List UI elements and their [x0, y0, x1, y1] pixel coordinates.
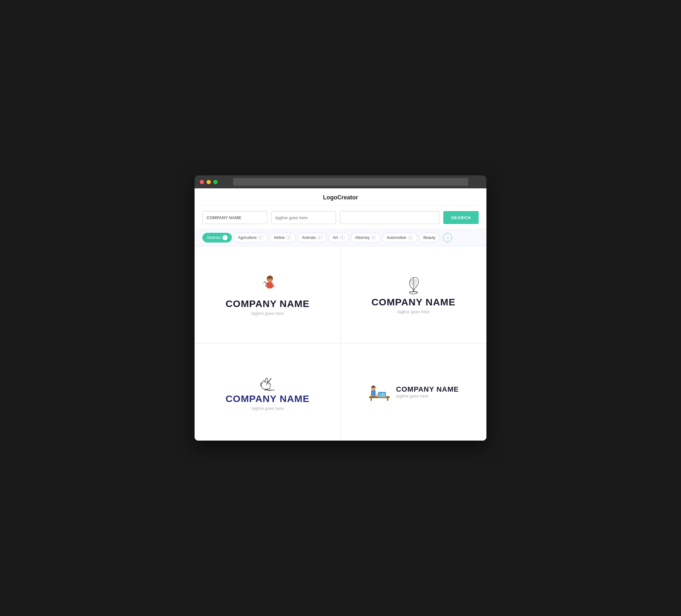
category-agriculture-label: Agriculture	[238, 235, 256, 240]
logo4-text-group: COMPANY NAME tagline goes here	[396, 385, 458, 398]
category-beauty[interactable]: Beauty	[419, 233, 440, 242]
logo-card-4-inner: COMPANY NAME tagline goes here	[368, 382, 458, 402]
browser-url-bar	[233, 178, 468, 186]
logo-card-1-inner: COMPANY NAME tagline goes here	[225, 274, 309, 316]
svg-rect-24	[379, 393, 382, 395]
svg-marker-7	[263, 283, 264, 284]
logo-grid: COMPANY NAME tagline goes here	[195, 246, 486, 441]
category-abstract-label: Abstract	[207, 235, 221, 240]
signing-hand-icon	[257, 374, 278, 391]
category-art-check: ✓	[339, 235, 345, 240]
category-attorney-label: Attorney	[355, 235, 370, 240]
category-art[interactable]: Art ✓	[328, 233, 349, 242]
category-abstract-check: ✓	[223, 235, 228, 240]
logo3-company-name: COMPANY NAME	[225, 393, 309, 404]
category-bar: Abstract ✓ Agriculture ✓ Airline ✓ Anima…	[195, 230, 486, 246]
svg-line-5	[264, 282, 267, 285]
svg-rect-20	[387, 398, 388, 401]
logo-card-3[interactable]: COMPANY NAME tagline goes here	[195, 343, 340, 441]
search-bar: SEARCH	[195, 206, 486, 230]
logo2-company-name: COMPANY NAME	[371, 297, 455, 307]
category-airline[interactable]: Airline ✓	[270, 233, 296, 242]
category-abstract[interactable]: Abstract ✓	[202, 233, 232, 242]
logo-card-2[interactable]: COMPANY NAME tagline goes here	[340, 246, 486, 343]
category-beauty-label: Beauty	[424, 235, 435, 240]
category-agriculture-check: ✓	[258, 235, 263, 240]
category-art-label: Art	[333, 235, 337, 240]
category-animals[interactable]: Animals ✓	[298, 233, 327, 242]
svg-rect-22	[378, 396, 386, 397]
browser-content: LogoCreator SEARCH Abstract ✓ Agricultur…	[195, 188, 486, 441]
traffic-light-yellow[interactable]	[207, 180, 211, 184]
logo-card-3-inner: COMPANY NAME tagline goes here	[225, 374, 309, 411]
app-header: LogoCreator	[195, 188, 486, 206]
logo1-company-name: COMPANY NAME	[225, 298, 309, 309]
company-name-input[interactable]	[202, 211, 267, 224]
feather-pen-icon	[404, 275, 423, 295]
browser-titlebar	[195, 175, 486, 188]
category-next-arrow[interactable]: →	[443, 233, 452, 242]
logo4-tagline: tagline goes here	[396, 393, 458, 399]
svg-marker-16	[266, 384, 267, 385]
extra-search-input[interactable]	[340, 211, 439, 224]
logo2-tagline: tagline goes here	[397, 309, 430, 314]
search-button[interactable]: SEARCH	[443, 211, 479, 224]
category-animals-label: Animals	[302, 235, 316, 240]
category-automotive[interactable]: Automotive ✓	[382, 233, 417, 242]
category-automotive-check: ✓	[408, 235, 413, 240]
traffic-light-green[interactable]	[213, 180, 218, 184]
category-automotive-label: Automotive	[386, 235, 406, 240]
logo-card-1[interactable]: COMPANY NAME tagline goes here	[195, 246, 340, 343]
person-desk-icon	[368, 382, 391, 402]
category-airline-label: Airline	[274, 235, 284, 240]
app-title: LogoCreator	[323, 194, 358, 201]
traffic-light-red[interactable]	[200, 180, 204, 184]
category-attorney-check: ✓	[371, 235, 376, 240]
browser-window: LogoCreator SEARCH Abstract ✓ Agricultur…	[195, 175, 486, 441]
logo3-tagline: tagline goes here	[251, 406, 284, 411]
designer-person-icon	[256, 274, 279, 296]
svg-rect-19	[371, 398, 372, 401]
category-agriculture[interactable]: Agriculture ✓	[234, 233, 268, 242]
logo-card-4[interactable]: COMPANY NAME tagline goes here	[340, 343, 486, 441]
category-airline-check: ✓	[286, 235, 292, 240]
logo1-tagline: tagline goes here	[251, 311, 284, 316]
svg-rect-26	[371, 390, 376, 396]
category-animals-check: ✓	[317, 235, 322, 240]
tagline-input[interactable]	[271, 211, 336, 224]
category-attorney[interactable]: Attorney ✓	[351, 233, 381, 242]
svg-rect-4	[267, 282, 273, 288]
logo4-company-name: COMPANY NAME	[396, 385, 458, 393]
logo-card-2-inner: COMPANY NAME tagline goes here	[371, 275, 455, 314]
